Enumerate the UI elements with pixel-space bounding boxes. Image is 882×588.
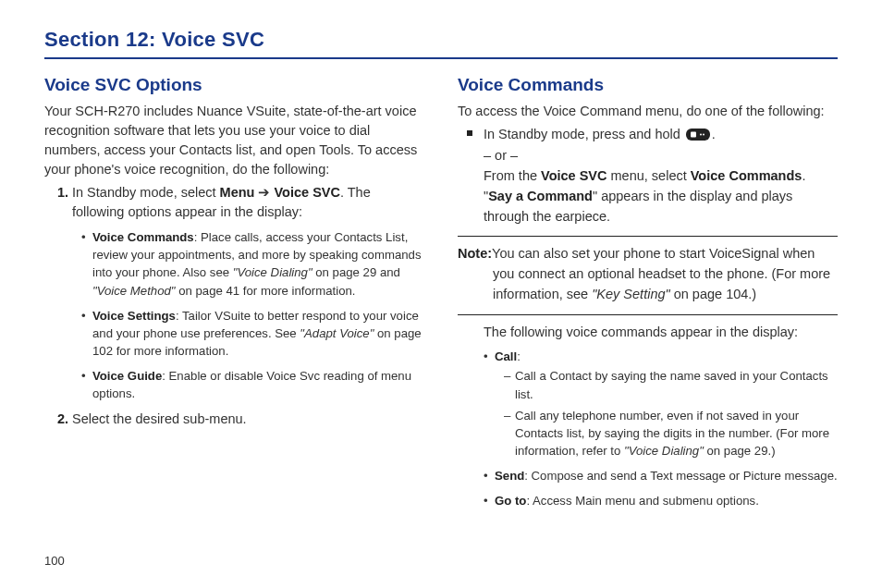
call-d2b: on page 29.) — [704, 444, 776, 458]
svg-point-2 — [703, 134, 704, 136]
voice-guide-label: Voice Guide — [92, 369, 162, 383]
note-block: Note:You can also set your phone to star… — [458, 244, 838, 304]
period2: . — [802, 168, 805, 183]
ref-adapt-voice: "Adapt Voice" — [300, 326, 374, 340]
voice-commands-label: Voice Commands — [92, 230, 194, 244]
ref-voice-dialing-2: "Voice Dialing" — [624, 444, 704, 458]
send-text: : Compose and send a Text message or Pic… — [524, 469, 837, 483]
cmd-call: Call: Call a Contact by saying the name … — [484, 348, 838, 459]
cmd-goto: Go to: Access Main menu and submenu opti… — [484, 492, 838, 509]
select-text: menu, select — [607, 168, 691, 183]
voice-commands-menu-label: Voice Commands — [691, 168, 802, 183]
press-hold-period: . — [712, 127, 716, 141]
arrow-glyph: ➔ — [254, 185, 274, 200]
from-text: From the — [484, 168, 541, 183]
manual-page: Section 12: Voice SVC Voice SVC Options … — [0, 0, 882, 588]
voice-svc-menu-label: Voice SVC — [541, 168, 606, 183]
following-commands: The following voice commands appear in t… — [458, 323, 838, 343]
call-sub-2: Call any telephone number, even if not s… — [504, 407, 838, 459]
goto-text: : Access Main menu and submenu options. — [526, 494, 758, 508]
rule-top — [458, 236, 838, 237]
goto-label: Go to — [495, 494, 526, 508]
say-a-command-line: "Say a Command" appears in the display a… — [458, 187, 838, 227]
step-1-text-a: In Standby mode, select — [72, 185, 220, 200]
svg-rect-0 — [691, 132, 696, 138]
step-1: In Standby mode, select Menu ➔ Voice SVC… — [72, 183, 424, 403]
menu-label: Menu — [220, 185, 255, 200]
left-column: Voice SVC Options Your SCH-R270 includes… — [44, 70, 424, 517]
two-column-layout: Voice SVC Options Your SCH-R270 includes… — [44, 70, 838, 517]
note-t2: on page 104.) — [670, 287, 757, 301]
ref-voice-method: "Voice Method" — [92, 284, 176, 298]
voice-svc-steps: In Standby mode, select Menu ➔ Voice SVC… — [44, 183, 424, 431]
press-hold-text: In Standby mode, press and hold — [484, 127, 684, 141]
access-steps: In Standby mode, press and hold . — [458, 125, 838, 145]
send-label: Send — [495, 469, 524, 483]
bullet1-t3: on page 41 for more information. — [176, 284, 356, 298]
right-column: Voice Commands To access the Voice Comma… — [458, 70, 838, 517]
voice-svc-options-intro: Your SCH-R270 includes Nuance VSuite, st… — [44, 102, 424, 179]
access-step-2: From the Voice SVC menu, select Voice Co… — [458, 166, 838, 187]
call-label: Call — [495, 349, 517, 363]
call-sub-1: Call a Contact by saying the name saved … — [504, 367, 838, 402]
bullet-voice-commands: Voice Commands: Place calls, access your… — [81, 228, 424, 300]
section-title: Section 12: Voice SVC — [44, 28, 838, 59]
ok-key-icon — [686, 129, 710, 141]
ref-voice-dialing: "Voice Dialing" — [233, 265, 312, 279]
bullet-voice-settings: Voice Settings: Tailor VSuite to better … — [81, 307, 424, 360]
step-1-bullets: Voice Commands: Place calls, access your… — [72, 228, 424, 402]
voice-commands-heading: Voice Commands — [458, 72, 838, 98]
voice-commands-intro: To access the Voice Command menu, do one… — [458, 102, 838, 121]
cmd-send: Send: Compose and send a Text message or… — [484, 467, 838, 484]
voice-svc-options-heading: Voice SVC Options — [44, 72, 424, 98]
bullet1-t2: on page 29 and — [312, 265, 400, 279]
voice-settings-label: Voice Settings — [92, 309, 176, 323]
page-number: 100 — [44, 554, 65, 568]
note-label: Note: — [458, 246, 492, 261]
access-step-1: In Standby mode, press and hold . — [484, 125, 838, 145]
call-sub: Call a Contact by saying the name saved … — [495, 367, 838, 459]
rule-bottom — [458, 314, 838, 315]
voice-svc-label: Voice SVC — [275, 185, 340, 200]
ref-key-setting: "Key Setting" — [592, 287, 669, 301]
or-separator: – or – — [458, 146, 838, 166]
call-colon: : — [517, 349, 521, 363]
command-list: Call: Call a Contact by saying the name … — [458, 348, 838, 509]
say-a-command-label: Say a Command — [488, 189, 593, 203]
svg-point-1 — [700, 134, 702, 136]
step-2: Select the desired sub-menu. — [72, 410, 424, 430]
bullet-voice-guide: Voice Guide: Enable or disable Voice Svc… — [81, 367, 424, 402]
